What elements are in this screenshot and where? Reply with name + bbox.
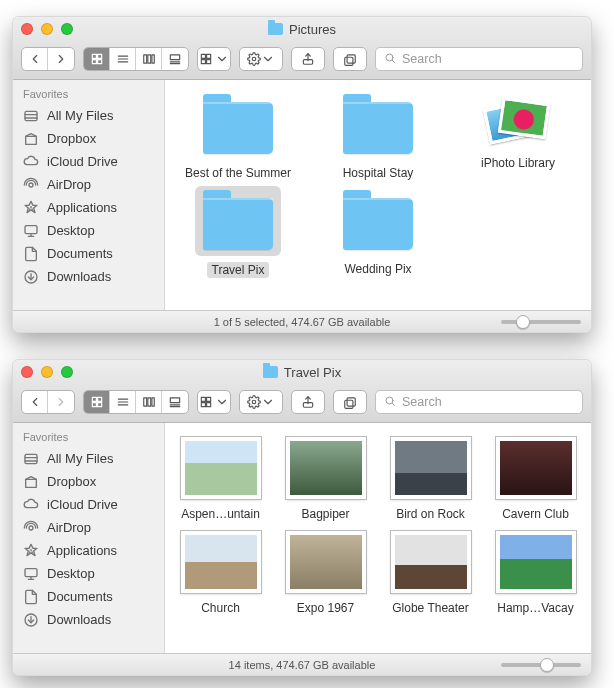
image-item[interactable]: Bird on Rock [381,433,480,521]
status-text: 1 of 5 selected, 474.67 GB available [214,316,391,328]
tags-button[interactable] [333,390,367,414]
sidebar-item-label: Documents [47,246,113,261]
search-input[interactable]: Search [375,390,583,414]
svg-rect-36 [92,403,96,407]
slider-thumb[interactable] [516,315,530,329]
sidebar-item-applications[interactable]: A Applications [13,196,164,219]
search-input[interactable]: Search [375,47,583,71]
search-placeholder: Search [402,395,442,409]
sidebar-item-label: AirDrop [47,177,91,192]
forward-button[interactable] [48,391,74,413]
icon-size-slider[interactable] [501,663,581,667]
image-item[interactable]: Globe Theater [381,527,480,615]
window-title-text: Travel Pix [284,365,341,380]
zoom-window-button[interactable] [61,366,73,378]
item-label: iPhoto Library [481,156,555,170]
list-view-button[interactable] [110,48,136,70]
minimize-window-button[interactable] [41,366,53,378]
nav-buttons [21,47,75,71]
sidebar-item-airdrop[interactable]: AirDrop [13,516,164,539]
view-mode-buttons [83,390,189,414]
svg-rect-43 [151,398,153,406]
arrange-button[interactable] [197,390,231,414]
svg-rect-60 [26,479,37,487]
applications-icon: A [23,544,39,558]
window-title: Pictures [13,22,591,37]
folder-item[interactable]: Hospital Stay [311,90,445,180]
sidebar-item-downloads[interactable]: Downloads [13,608,164,631]
image-thumbnail [286,437,366,499]
image-item[interactable]: Church [171,527,270,615]
icon-size-slider[interactable] [501,320,581,324]
svg-point-55 [386,397,393,404]
image-item[interactable]: Bagpiper [276,433,375,521]
iphoto-library-item[interactable]: iPhoto Library [451,90,585,180]
action-button[interactable] [239,47,283,71]
image-thumbnail [286,531,366,593]
tags-button[interactable] [333,47,367,71]
sidebar-item-all-my-files[interactable]: All My Files [13,447,164,470]
svg-rect-3 [97,60,101,64]
svg-line-22 [392,60,394,62]
zoom-window-button[interactable] [61,23,73,35]
close-window-button[interactable] [21,366,33,378]
minimize-window-button[interactable] [41,23,53,35]
svg-rect-9 [151,55,153,63]
back-button[interactable] [22,391,48,413]
svg-rect-41 [143,398,146,406]
svg-point-17 [252,57,256,61]
item-label: Travel Pix [207,262,270,278]
icon-view-button[interactable] [84,391,110,413]
arrange-button[interactable] [197,47,231,71]
column-view-button[interactable] [136,48,162,70]
status-bar: 1 of 5 selected, 474.67 GB available [13,310,591,332]
svg-rect-44 [170,398,179,403]
sidebar-item-label: Applications [47,200,117,215]
action-button[interactable] [239,390,283,414]
sidebar-item-dropbox[interactable]: Dropbox [13,127,164,150]
coverflow-view-button[interactable] [162,48,188,70]
sidebar-item-label: Desktop [47,566,95,581]
image-item[interactable]: Aspen…untain [171,433,270,521]
share-button[interactable] [291,47,325,71]
image-thumbnail [181,531,261,593]
sidebar-item-all-my-files[interactable]: All My Files [13,104,164,127]
image-item[interactable]: Hamp…Vacay [486,527,585,615]
sidebar-item-icloud[interactable]: iCloud Drive [13,150,164,173]
forward-button[interactable] [48,48,74,70]
content-area[interactable]: Best of the Summer Hospital Stay iPhoto … [165,80,591,310]
dropbox-icon [23,132,39,146]
item-label: Best of the Summer [185,166,291,180]
sidebar-item-airdrop[interactable]: AirDrop [13,173,164,196]
sidebar-header: Favorites [13,429,164,447]
slider-thumb[interactable] [540,658,554,672]
sidebar-item-documents[interactable]: Documents [13,242,164,265]
folder-item[interactable]: Best of the Summer [171,90,305,180]
svg-rect-2 [92,60,96,64]
back-button[interactable] [22,48,48,70]
content-area[interactable]: Aspen…untain Bagpiper Bird on Rock Caver… [165,423,591,653]
image-item[interactable]: Expo 1967 [276,527,375,615]
sidebar-item-desktop[interactable]: Desktop [13,562,164,585]
list-view-button[interactable] [110,391,136,413]
folder-icon [343,102,413,154]
close-window-button[interactable] [21,23,33,35]
sidebar: Favorites All My Files Dropbox iCloud Dr… [13,423,165,653]
sidebar-item-applications[interactable]: A Applications [13,539,164,562]
share-button[interactable] [291,390,325,414]
icon-view-button[interactable] [84,48,110,70]
column-view-button[interactable] [136,391,162,413]
sidebar-item-documents[interactable]: Documents [13,585,164,608]
sidebar-item-downloads[interactable]: Downloads [13,265,164,288]
folder-icon [203,198,273,250]
svg-rect-50 [207,403,211,407]
coverflow-view-button[interactable] [162,391,188,413]
sidebar-item-icloud[interactable]: iCloud Drive [13,493,164,516]
folder-item[interactable]: Travel Pix [171,186,305,278]
sidebar-item-desktop[interactable]: Desktop [13,219,164,242]
traffic-lights [21,366,73,378]
documents-icon [23,247,39,261]
sidebar-item-dropbox[interactable]: Dropbox [13,470,164,493]
folder-item[interactable]: Wedding Pix [311,186,445,278]
image-item[interactable]: Cavern Club [486,433,585,521]
